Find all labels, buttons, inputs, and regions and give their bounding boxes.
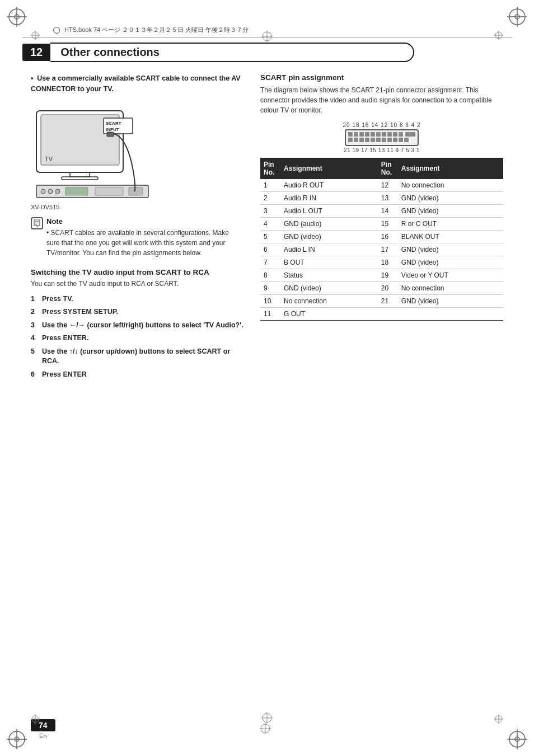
table-cell: Audio R OUT [280,179,378,192]
inner-corner-tr [494,31,503,41]
table-cell: 18 [378,256,398,269]
table-cell: 17 [378,243,398,256]
table-cell: GND (video) [398,295,503,308]
table-cell: GND (video) [280,282,378,295]
step-number: 6 [31,370,39,380]
table-row: 7B OUT18GND (video) [260,256,503,269]
table-cell: GND (video) [398,243,503,256]
corner-decoration-tr [506,6,528,28]
svg-rect-29 [95,187,123,195]
step-item: 2Press SYSTEM SETUP. [31,307,243,317]
table-cell: No connection [280,295,378,308]
scart-diagram: 20 18 16 14 12 10 8 6 4 2 [260,122,503,153]
svg-rect-30 [129,187,143,195]
steps-list: 1Press TV.2Press SYSTEM SETUP.3Use the ←… [31,294,243,380]
table-cell [378,308,398,321]
table-cell: 8 [260,269,280,282]
scart-pin [354,138,358,142]
table-cell: 1 [260,179,280,192]
scart-pin [376,138,381,142]
table-cell: 11 [260,308,280,321]
table-cell: B OUT [280,256,378,269]
switching-heading: Switching the TV audio input from SCART … [31,268,243,276]
scart-pin [399,138,403,142]
table-cell: G OUT [280,308,378,321]
note-icon [31,217,43,229]
table-cell: Audio L IN [280,243,378,256]
scart-pin [359,138,364,142]
scart-pin [348,132,353,137]
note-title: Note [46,217,243,226]
table-cell: Audio L OUT [280,205,378,218]
bottom-center-mark [261,712,273,725]
col-header-assign2: Assignment [398,158,503,179]
svg-rect-18 [70,172,90,177]
top-center-mark [261,31,273,44]
scart-pin [404,138,409,142]
step-item: 1Press TV. [31,294,243,304]
col-header-assign1: Assignment [280,158,378,179]
table-cell: Status [280,269,378,282]
svg-point-25 [41,189,45,194]
scart-wide-pin [405,132,415,137]
scart-section: SCART pin assignment The diagram below s… [260,73,503,321]
table-cell: GND (video) [398,192,503,205]
chapter-title: Other connections [50,43,414,62]
table-cell: No connection [398,179,503,192]
col-header-pin1: Pin No. [260,158,280,179]
step-text: Use the ↑/↓ (cursor up/down) buttons to … [42,347,243,367]
table-row: 4GND (audio)15R or C OUT [260,218,503,231]
corner-decoration-tl [6,6,28,28]
col-header-pin2: Pin No. [378,158,398,179]
table-cell: 13 [378,192,398,205]
table-cell: 6 [260,243,280,256]
svg-point-27 [55,189,60,194]
table-cell: Video or Y OUT [398,269,503,282]
table-cell: GND (audio) [280,218,378,231]
table-cell: Audio R IN [280,192,378,205]
table-row: 1Audio R OUT12No connection [260,179,503,192]
step-item: 3Use the ←/→ (cursor left/right) buttons… [31,321,243,331]
table-row: 3Audio L OUT14GND (video) [260,205,503,218]
step-item: 5Use the ↑/↓ (cursor up/down) buttons to… [31,347,243,367]
step-text: Press ENTER. [42,334,243,344]
scart-title: SCART pin assignment [260,73,503,82]
intro-text: • Use a commercially available SCART cab… [31,73,243,95]
scart-pin [371,132,375,137]
step-number: 5 [31,347,39,357]
chapter-header: 12 Other connections [22,43,512,62]
table-cell: 10 [260,295,280,308]
note-text: • SCART cables are available in several … [46,228,243,258]
table-cell [398,308,503,321]
scart-pin [393,132,397,137]
svg-rect-28 [65,187,88,195]
table-cell: 9 [260,282,280,295]
table-cell: GND (video) [280,231,378,243]
table-cell: 3 [260,205,280,218]
table-cell: 12 [378,179,398,192]
scart-top-row [348,132,415,137]
step-number: 3 [31,321,39,331]
table-cell: GND (video) [398,205,503,218]
table-cell: 2 [260,192,280,205]
table-cell: 21 [378,295,398,308]
scart-pin [365,138,369,142]
scart-pin [399,132,403,137]
scart-desc: The diagram below shows the SCART 21-pin… [260,85,503,115]
scart-pin [354,132,358,137]
step-number: 1 [31,294,39,304]
svg-rect-31 [107,132,114,137]
step-item: 4Press ENTER. [31,334,243,344]
table-cell: BLANK OUT [398,231,503,243]
table-row: 6Audio L IN17GND (video) [260,243,503,256]
device-label: XV-DV515 [31,204,243,210]
step-text: Press ENTER [42,370,243,380]
table-cell: No connection [398,282,503,295]
table-row: 8Status19Video or Y OUT [260,269,503,282]
meta-circle [53,27,60,34]
table-cell: 20 [378,282,398,295]
table-row: 10No connection21GND (video) [260,295,503,308]
scart-pin [371,138,375,142]
inner-corner-tl [31,31,40,41]
table-cell: GND (video) [398,256,503,269]
